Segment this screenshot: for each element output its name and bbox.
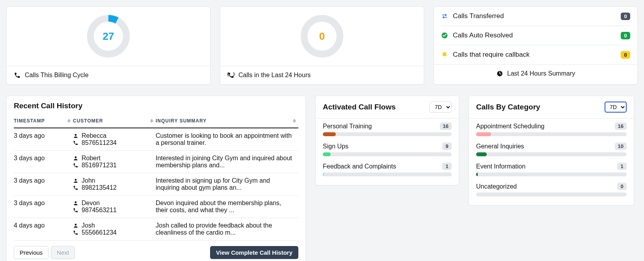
flow-label: Event Information [476,163,525,170]
categories-range-select[interactable]: 7D [605,102,627,113]
summary-title: Last 24 Hours Summary [507,70,575,77]
table-row[interactable]: 3 days ago John 8982135412 Interested in… [14,173,298,196]
billing-cycle-label: Calls This Billing Cycle [25,72,89,79]
flow-count-badge: 1 [617,163,627,170]
phone-icon [73,163,78,168]
cell-customer: Josh 5556661234 [73,218,156,241]
recent-call-history-card: Recent Call History TIMESTAMP CUSTOMER I… [6,96,306,261]
categories-title: Calls By Category [476,103,540,111]
cell-timestamp: 3 days ago [14,173,73,196]
previous-button[interactable]: Previous [14,246,48,259]
last-24h-value: 0 [298,13,346,60]
customer-name: Devon [82,200,100,207]
transfer-icon [441,13,448,20]
flow-item: Event Information 1 [476,163,627,176]
customer-phone: 5556661234 [82,229,117,236]
customer-phone: 8982135412 [82,184,117,191]
last-24h-summary-card: Calls Transferred 0 Calls Auto Resolved … [434,6,638,85]
summary-count-badge: 0 [621,51,630,59]
cell-customer: Robert 8516971231 [73,151,156,173]
summary-count-badge: 0 [621,32,630,39]
col-customer[interactable]: CUSTOMER [73,114,156,128]
user-icon [73,155,78,161]
customer-name: John [82,177,95,184]
table-row[interactable]: 3 days ago Devon 9874563211 Devon inquir… [14,196,298,218]
flow-count-badge: 16 [615,122,627,130]
calls-billing-cycle-card: 27 Calls This Billing Cycle [6,6,210,85]
flow-item: Feedback and Complaints 1 [323,163,452,176]
flows-title: Activated Call Flows [323,103,396,111]
phone-icon [73,140,78,146]
flow-label: Feedback and Complaints [323,163,396,170]
phone-icon [14,72,21,79]
sort-icon [293,119,296,123]
history-title: Recent Call History [14,102,298,110]
col-timestamp[interactable]: TIMESTAMP [14,114,73,128]
summary-label: Calls Transferred [453,12,616,20]
table-row[interactable]: 4 days ago Josh 5556661234 Josh called t… [14,218,298,241]
phone-icon [73,185,78,191]
phone-volume-icon [227,72,235,79]
customer-name: Josh [82,222,95,229]
bell-icon [441,51,448,58]
user-icon [73,133,78,139]
customer-name: Robert [82,155,101,162]
col-summary[interactable]: INQUIRY SUMMARY [156,114,298,128]
cell-timestamp: 4 days ago [14,218,73,241]
flow-item: Sign Ups 9 [323,143,452,156]
flow-label: Uncategorized [476,183,517,190]
view-complete-history-button[interactable]: View Complete Call History [210,246,298,259]
sort-icon [150,119,153,123]
cell-summary: Customer is looking to book an appointme… [156,128,298,151]
customer-phone: 9874563211 [82,207,117,214]
calls-last-24h-card: 0 Calls in the Last 24 Hours [220,6,424,85]
flow-bar [476,172,627,176]
table-row[interactable]: 3 days ago Rebecca 8576511234 Customer i… [14,128,298,151]
last-24h-label: Calls in the Last 24 Hours [238,72,311,79]
cell-summary: Interested in joining City Gym and inqui… [156,151,298,173]
user-icon [73,223,78,228]
summary-label: Calls Auto Resolved [453,31,616,39]
user-icon [73,178,78,183]
calls-by-category-card: Calls By Category 7D Appointment Schedul… [469,96,634,205]
cell-timestamp: 3 days ago [14,128,73,151]
customer-phone: 8576511234 [82,139,117,146]
flows-range-select[interactable]: 7D [430,102,452,113]
flow-item: General Inquiries 10 [476,143,627,156]
flow-bar [323,172,452,176]
phone-icon [73,230,78,235]
activated-call-flows-card: Activated Call Flows 7D Personal Trainin… [315,96,459,185]
summary-label: Calls that require callback [453,51,616,59]
flow-count-badge: 9 [442,143,452,150]
flow-item: Uncategorized 0 [476,183,627,196]
customer-name: Rebecca [82,132,106,139]
next-button[interactable]: Next [51,246,75,259]
flow-label: General Inquiries [476,143,524,150]
cell-summary: Devon inquired about the membership plan… [156,196,298,218]
flow-item: Personal Training 16 [323,122,452,136]
cell-summary: Josh called to provide feedback about th… [156,218,298,241]
cell-timestamp: 3 days ago [14,151,73,173]
check-icon [441,32,448,39]
summary-item: Calls that require callback 0 [441,45,630,64]
billing-cycle-donut: 27 [85,13,132,60]
flow-bar [476,152,627,156]
cell-summary: Interested in signing up for City Gym an… [156,173,298,196]
flow-label: Sign Ups [323,143,348,150]
billing-cycle-value: 27 [85,13,132,60]
flow-count-badge: 1 [442,163,452,170]
cell-customer: Rebecca 8576511234 [73,128,156,151]
last-24h-donut: 0 [298,13,346,60]
flow-item: Appointment Scheduling 16 [476,122,627,136]
flow-count-badge: 16 [440,122,452,130]
customer-phone: 8516971231 [82,162,117,169]
cell-timestamp: 3 days ago [14,196,73,218]
table-row[interactable]: 3 days ago Robert 8516971231 Interested … [14,151,298,173]
user-icon [73,200,78,206]
cell-customer: Devon 9874563211 [73,196,156,218]
flow-label: Personal Training [323,123,372,130]
flow-count-badge: 0 [617,183,627,190]
flow-count-badge: 10 [615,143,627,150]
sort-icon [67,119,71,123]
cell-customer: John 8982135412 [73,173,156,196]
